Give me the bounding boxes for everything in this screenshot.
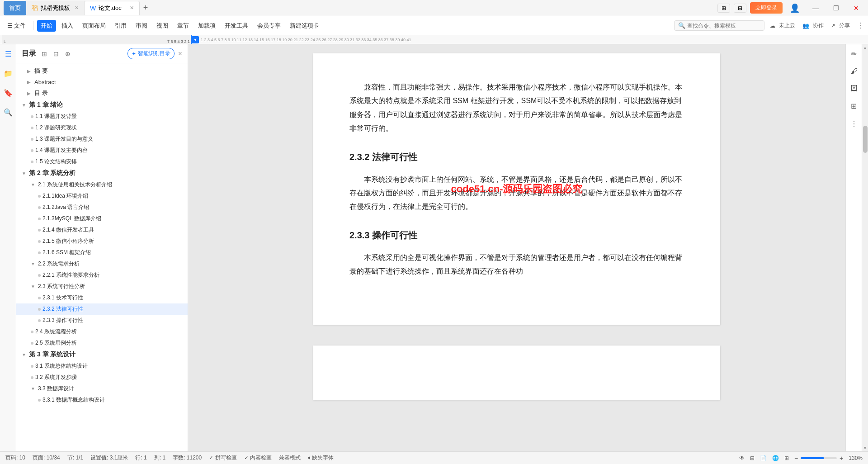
btn-page-layout[interactable]: 页面布局	[79, 20, 109, 32]
zoom-in-btn[interactable]: +	[840, 455, 843, 462]
btn-view[interactable]: 视图	[153, 20, 172, 32]
btn-reference[interactable]: 引用	[111, 20, 130, 32]
tab-home[interactable]: 首页	[4, 1, 26, 15]
file-menu[interactable]: ☰ 文件	[4, 20, 29, 32]
toc-item-1[interactable]: ▶Abstract	[16, 77, 188, 87]
right-more-icon[interactable]: ⋮	[849, 118, 859, 130]
close-button[interactable]: ✕	[848, 5, 864, 12]
chevron-icon-10[interactable]: ▼	[31, 182, 36, 187]
scroll-up-btn[interactable]: ▲	[862, 44, 868, 50]
toc-item-4[interactable]: 1.1 课题开发背景	[16, 111, 188, 122]
tab-doc[interactable]: W 论文.doc ✕	[84, 1, 140, 15]
btn-member[interactable]: 会员专享	[254, 20, 284, 32]
zoom-out-btn[interactable]: −	[794, 455, 798, 462]
toc-item-8[interactable]: 1.5 论文结构安排	[16, 156, 188, 167]
cloud-label: 未上云	[779, 22, 795, 29]
toc-item-24[interactable]: 2.5 系统用例分析	[16, 337, 188, 349]
toc-item-12[interactable]: 2.1.2Java 语言介绍	[16, 202, 188, 213]
toc-item-0[interactable]: ▶摘 要	[16, 65, 188, 77]
eye-icon[interactable]: 👁	[739, 455, 745, 461]
toc-item-11[interactable]: 2.1.1Idea 环境介绍	[16, 190, 188, 202]
collapse-all-btn[interactable]: ⊟	[52, 49, 61, 58]
spell-check[interactable]: ✓ 拼写检查	[209, 454, 236, 462]
minimize-button[interactable]: —	[807, 5, 824, 12]
btn-developer[interactable]: 开发工具	[221, 20, 252, 32]
toc-item-20[interactable]: 2.3.1 技术可行性	[16, 292, 188, 303]
btn-review[interactable]: 审阅	[132, 20, 151, 32]
toc-item-27[interactable]: 3.2 系统开发步骤	[16, 372, 188, 383]
toc-item-21[interactable]: 2.3.2 法律可行性	[16, 303, 188, 315]
search-left-icon[interactable]: 🔍	[2, 106, 14, 118]
toc-item-26[interactable]: 3.1 系统总体结构设计	[16, 360, 188, 372]
doc-area[interactable]: 兼容性，而且功能非常强大，易操作。技术采用微信小程序技术，微信小程序可以实现手机…	[188, 44, 845, 451]
toc-item-28[interactable]: ▼3.3 数据库设计	[16, 383, 188, 394]
add-section-btn[interactable]: ⊕	[63, 49, 72, 58]
register-button[interactable]: 立即登录	[750, 2, 783, 14]
right-image-icon[interactable]: 🖼	[849, 83, 859, 95]
toc-item-2[interactable]: ▶目 录	[16, 87, 188, 99]
more-btn[interactable]: ⋮	[857, 21, 864, 30]
chevron-icon-0[interactable]: ▶	[27, 69, 33, 74]
restore-button[interactable]: ❐	[828, 5, 844, 12]
chevron-icon-25[interactable]: ▼	[22, 352, 27, 357]
btn-chapter[interactable]: 章节	[174, 20, 193, 32]
focus-icon[interactable]: ⊞	[784, 455, 789, 461]
toc-item-10[interactable]: ▼2.1 系统使用相关技术分析介绍	[16, 179, 188, 190]
web-icon[interactable]: 🌐	[772, 455, 779, 461]
scrollbar-thumb[interactable]	[863, 126, 868, 153]
btn-addon[interactable]: 加载项	[194, 20, 219, 32]
toc-item-29[interactable]: 3.3.1 数据库概念结构设计	[16, 394, 188, 406]
tab-templates[interactable]: 稻 找稻壳模板 ✕	[26, 1, 84, 15]
toc-item-14[interactable]: 2.1.4 微信开发者工具	[16, 224, 188, 236]
right-table-icon[interactable]: ⊞	[849, 100, 859, 112]
toc-item-13[interactable]: 2.1.3MySQL 数据库介绍	[16, 213, 188, 224]
search-input[interactable]	[687, 23, 760, 29]
smart-toc-btn[interactable]: ✦ 智能识别目录	[127, 48, 175, 59]
chevron-icon-2[interactable]: ▶	[27, 91, 33, 96]
toc-item-18[interactable]: 2.2.1 系统性能要求分析	[16, 270, 188, 281]
chevron-icon-28[interactable]: ▼	[31, 386, 36, 391]
scrollbar-track[interactable]: ▲ ▼	[862, 44, 868, 451]
folder-icon[interactable]: 📁	[2, 67, 14, 80]
add-tab-button[interactable]: +	[140, 3, 152, 13]
window-grid-btn[interactable]: ⊟	[734, 4, 746, 13]
toc-item-23[interactable]: 2.4 系统流程分析	[16, 326, 188, 337]
close-sidebar-btn[interactable]: ×	[178, 50, 182, 58]
scroll-down-btn[interactable]: ▼	[862, 445, 868, 450]
bookmark-icon[interactable]: 🔖	[2, 87, 14, 99]
expand-all-btn[interactable]: ⊞	[40, 49, 49, 58]
toc-item-15[interactable]: 2.1.5 微信小程序分析	[16, 236, 188, 247]
btn-insert[interactable]: 插入	[58, 20, 77, 32]
search-box[interactable]: 🔍	[674, 20, 764, 31]
tab-doc-close[interactable]: ✕	[130, 5, 134, 11]
nav-icon[interactable]: ☰	[3, 48, 13, 60]
toc-item-19[interactable]: ▼2.3 系统可行性分析	[16, 281, 188, 292]
layout-icon[interactable]: ⊟	[750, 455, 755, 461]
missing-font[interactable]: ♦ 缺失字体	[308, 454, 334, 462]
chevron-icon-3[interactable]: ▼	[22, 103, 27, 108]
btn-new-tab[interactable]: 新建选项卡	[286, 20, 323, 32]
toc-item-25[interactable]: ▼第 3 章 系统设计	[16, 349, 188, 360]
toc-item-3[interactable]: ▼第 1 章 绪论	[16, 99, 188, 111]
toc-item-9[interactable]: ▼第 2 章 系统分析	[16, 167, 188, 179]
chevron-icon-9[interactable]: ▼	[22, 171, 27, 176]
chevron-icon-17[interactable]: ▼	[31, 261, 36, 266]
toc-item-6[interactable]: 1.3 课题开发目的与意义	[16, 133, 188, 145]
toc-item-16[interactable]: 2.1.6 SSM 框架介绍	[16, 247, 188, 258]
tab-templates-close[interactable]: ✕	[75, 5, 79, 11]
toc-item-5[interactable]: 1.2 课题研究现状	[16, 122, 188, 133]
right-paint-icon[interactable]: 🖌	[849, 66, 859, 77]
btn-start[interactable]: 开始	[37, 20, 56, 32]
page-view-icon[interactable]: 📄	[760, 455, 767, 461]
chevron-icon-19[interactable]: ▼	[31, 284, 36, 289]
toc-item-7[interactable]: 1.4 课题开发主要内容	[16, 145, 188, 156]
user-avatar[interactable]: 👤	[786, 3, 803, 13]
chevron-icon-1[interactable]: ▶	[27, 80, 33, 85]
right-edit-icon[interactable]: ✏	[849, 48, 859, 60]
toc-item-17[interactable]: ▼2.2 系统需求分析	[16, 258, 188, 270]
window-layout-btn[interactable]: ⊞	[717, 4, 730, 13]
content-check[interactable]: ✓ 内容检查	[244, 454, 272, 462]
zoom-slider[interactable]	[801, 457, 837, 459]
toc-item-22[interactable]: 2.3.3 操作可行性	[16, 315, 188, 326]
toc-label-24: 2.5 系统用例分析	[35, 339, 77, 347]
